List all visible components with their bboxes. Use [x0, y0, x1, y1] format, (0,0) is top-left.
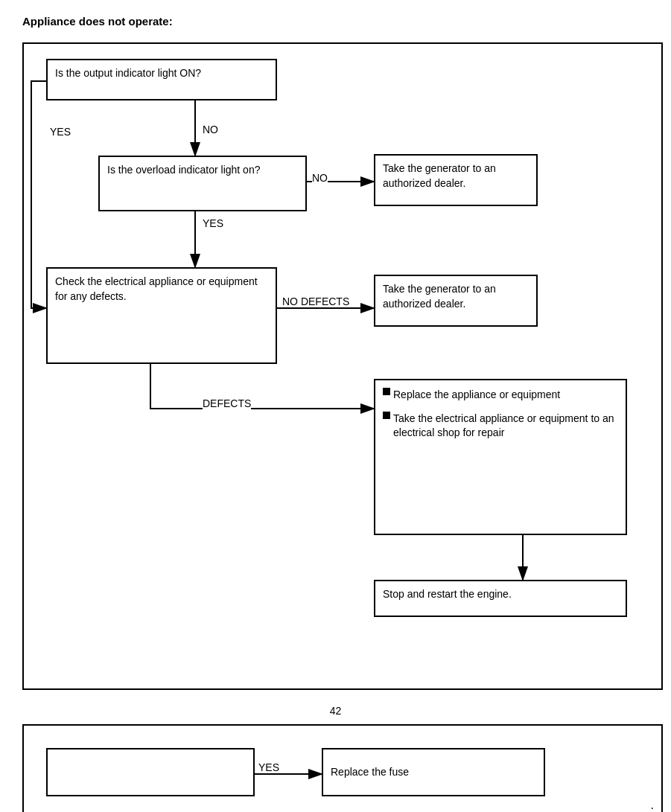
box-dealer-2: Take the generator to an authorized deal… [374, 275, 538, 327]
box-replace-appliance: Replace the appliance or equipment Take … [374, 379, 627, 535]
flowchart-2: YES Replace the fuse . [22, 724, 663, 812]
label-defects: DEFECTS [203, 397, 251, 409]
label-nodefects: NO DEFECTS [282, 295, 349, 307]
page: Appliance does not operate: [0, 0, 671, 812]
bullet-2 [383, 412, 390, 419]
box-empty-left [46, 748, 255, 796]
flowchart-1: Is the output indicator light ON? YES NO… [22, 42, 663, 690]
box-stop-restart: Stop and restart the engine. [374, 580, 627, 617]
box-check-appliance: Check the electrical appliance or equipm… [46, 267, 277, 364]
title-bold: Appliance does not operate [22, 15, 169, 28]
label-yes1: YES [50, 126, 71, 138]
page-number: 42 [22, 705, 649, 717]
label-yes2: YES [203, 217, 223, 229]
label-no1: NO [203, 124, 218, 135]
label-yes-bottom: YES [258, 761, 279, 773]
box6-line1: Replace the appliance or equipment [383, 388, 618, 403]
bullet-1 [383, 388, 390, 395]
box-overload-light: Is the overload indicator light on? [98, 156, 307, 211]
box-dealer-1: Take the generator to an authorized deal… [374, 154, 538, 206]
box-output-light: Is the output indicator light ON? [46, 59, 277, 100]
title-colon: : [169, 15, 173, 28]
label-no2: NO [312, 172, 328, 184]
period: . [651, 799, 654, 812]
box6-line2: Take the electrical appliance or equipme… [383, 412, 618, 441]
page-title: Appliance does not operate: [22, 15, 649, 28]
box-replace-fuse: Replace the fuse [322, 748, 545, 796]
